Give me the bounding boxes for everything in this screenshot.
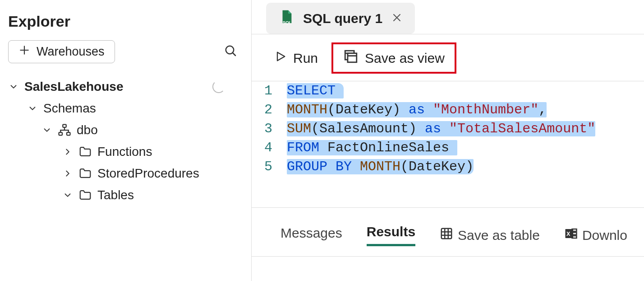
chevron-down-icon — [8, 82, 19, 92]
chevron-right-icon — [62, 169, 73, 178]
warehouses-label: Warehouses — [37, 45, 105, 59]
svg-rect-1 — [63, 125, 66, 127]
main-pane: SQL SQL query 1 Run Save as view 1 SELEC… — [252, 0, 644, 281]
code-line: 3 SUM(SalesAmount) as "TotalSalesAmount" — [255, 119, 644, 138]
code-line: 4 FROM FactOnlineSales — [255, 138, 644, 157]
svg-rect-2 — [59, 132, 63, 135]
line-number: 3 — [255, 119, 287, 138]
download-label: Downlo — [582, 228, 627, 243]
tree-functions[interactable]: Functions — [8, 141, 243, 163]
code-editor[interactable]: 1 SELECT 2 MONTH(DateKey) as "MonthNumbe… — [252, 81, 644, 208]
svg-text:SQL: SQL — [283, 20, 292, 24]
table-icon — [440, 227, 453, 244]
messages-tab[interactable]: Messages — [281, 225, 342, 245]
folder-icon — [78, 167, 92, 180]
tree-tables-label: Tables — [97, 188, 134, 202]
line-number: 1 — [255, 81, 287, 100]
tree-tables[interactable]: Tables — [8, 184, 243, 206]
download-button[interactable]: X Downlo — [564, 227, 627, 244]
tree-storedprocs[interactable]: StoredProcedures — [8, 163, 243, 184]
code-line: 5 GROUP BY MONTH(DateKey) — [255, 157, 644, 176]
sql-file-icon: SQL — [279, 9, 294, 28]
save-as-table-button[interactable]: Save as table — [440, 227, 540, 244]
svg-rect-6 — [348, 53, 357, 62]
search-button[interactable] — [224, 44, 243, 60]
play-icon — [274, 50, 287, 66]
line-number: 2 — [255, 100, 287, 119]
explorer-tree: SalesLakehouse Schemas dbo — [8, 76, 243, 206]
close-icon[interactable] — [391, 11, 402, 26]
sidebar-controls: Warehouses — [8, 40, 243, 63]
explorer-sidebar: Explorer Warehouses SalesLakehouse S — [0, 0, 252, 281]
results-tab[interactable]: Results — [367, 224, 415, 246]
line-number: 5 — [255, 157, 287, 176]
editor-toolbar: Run Save as view — [252, 34, 644, 81]
excel-icon: X — [564, 227, 578, 244]
tree-schema-dbo[interactable]: dbo — [8, 119, 243, 141]
tree-schemas-label: Schemas — [43, 101, 96, 116]
tree-db[interactable]: SalesLakehouse — [8, 76, 243, 98]
plus-icon — [18, 44, 30, 59]
tab-strip: SQL SQL query 1 — [252, 0, 644, 34]
svg-rect-3 — [67, 132, 70, 135]
run-button[interactable]: Run — [265, 47, 327, 70]
tree-storedprocs-label: StoredProcedures — [97, 166, 199, 181]
chevron-down-icon — [41, 125, 52, 135]
tab-label: SQL query 1 — [303, 11, 382, 26]
chevron-down-icon — [27, 103, 38, 113]
search-icon — [224, 52, 238, 59]
save-as-table-label: Save as table — [458, 228, 540, 243]
save-as-view-label: Save as view — [365, 51, 445, 66]
tree-schemas[interactable]: Schemas — [8, 98, 243, 119]
code-line: 1 SELECT — [255, 81, 644, 100]
chevron-down-icon — [62, 190, 73, 200]
windows-icon — [343, 49, 359, 67]
tree-schema-label: dbo — [77, 123, 98, 137]
chevron-right-icon — [62, 147, 73, 157]
tab-sql-query[interactable]: SQL SQL query 1 — [266, 3, 415, 34]
line-number: 4 — [255, 138, 287, 157]
folder-icon — [78, 188, 92, 202]
tree-functions-label: Functions — [97, 145, 152, 159]
results-toolbar: Messages Results Save as table X Downlo — [252, 208, 644, 257]
warehouses-button[interactable]: Warehouses — [8, 40, 115, 63]
schema-icon — [58, 123, 71, 137]
folder-icon — [78, 145, 92, 159]
loading-spinner — [212, 80, 225, 93]
explorer-title: Explorer — [8, 13, 243, 30]
save-as-view-button[interactable]: Save as view — [331, 42, 456, 74]
tree-db-label: SalesLakehouse — [24, 80, 123, 94]
svg-rect-7 — [442, 229, 452, 239]
run-label: Run — [293, 51, 318, 66]
svg-text:X: X — [566, 231, 570, 237]
code-line: 2 MONTH(DateKey) as "MonthNumber", — [255, 100, 644, 119]
